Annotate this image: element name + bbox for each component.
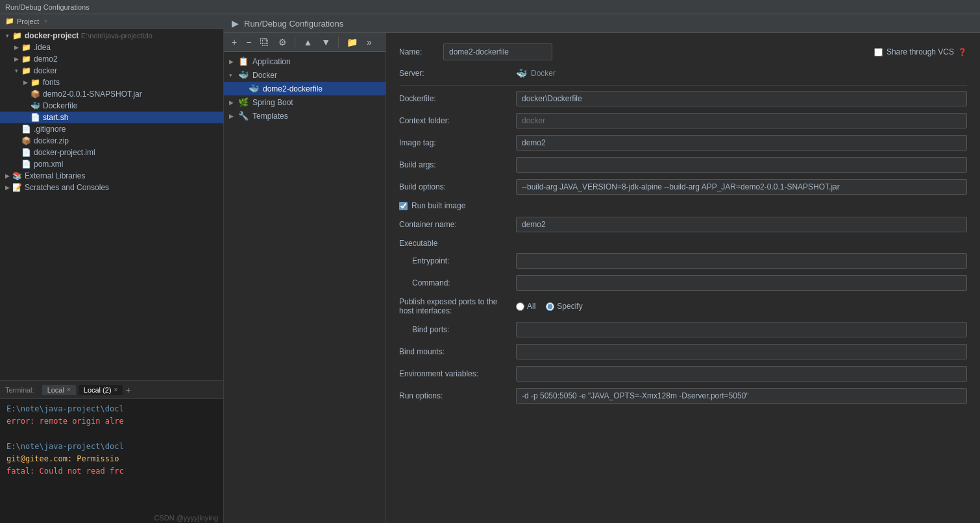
project-icon: 📁 bbox=[5, 17, 14, 25]
tree-item-dockerfile[interactable]: 🐳 Dockerfile bbox=[0, 100, 223, 112]
terminal-tab-close-local2[interactable]: × bbox=[114, 386, 118, 393]
folder-config-button[interactable]: 📁 bbox=[344, 36, 360, 49]
image-tag-input[interactable] bbox=[516, 135, 967, 151]
context-folder-label: Context folder: bbox=[399, 116, 516, 125]
docker-server-icon: 🐳 bbox=[516, 68, 527, 79]
radio-specify-option[interactable]: Specify bbox=[546, 302, 582, 311]
server-value[interactable]: 🐳 Docker bbox=[516, 68, 556, 79]
down-config-button[interactable]: ▼ bbox=[319, 36, 333, 49]
command-row: Command: bbox=[399, 275, 967, 291]
tree-label-pom: pom.xml bbox=[34, 160, 221, 169]
jar-icon: 📦 bbox=[30, 90, 40, 99]
image-tag-label: Image tag: bbox=[399, 138, 516, 147]
name-input[interactable] bbox=[443, 43, 552, 60]
container-name-input[interactable] bbox=[516, 217, 967, 232]
env-vars-input[interactable] bbox=[516, 366, 967, 382]
tree-label-idea: .idea bbox=[34, 43, 221, 52]
toolbar-sep1 bbox=[295, 37, 295, 47]
build-args-label: Build args: bbox=[399, 160, 516, 169]
tree-item-idea[interactable]: ▶ 📁 .idea bbox=[0, 42, 223, 53]
name-label: Name: bbox=[399, 47, 438, 56]
bind-ports-input[interactable] bbox=[516, 322, 967, 337]
arrow-fonts: ▶ bbox=[21, 79, 30, 86]
tree-item-docker-zip[interactable]: 📦 docker.zip bbox=[0, 135, 223, 147]
tree-item-docker[interactable]: ▾ 📁 docker bbox=[0, 65, 223, 77]
tree-item-scratches[interactable]: ▶ 📝 Scratches and Consoles bbox=[0, 182, 223, 193]
spring-boot-icon: 🌿 bbox=[238, 97, 250, 107]
project-title: Project bbox=[17, 18, 39, 25]
settings-config-button[interactable]: ⚙ bbox=[276, 36, 289, 49]
radio-all-input[interactable] bbox=[516, 302, 524, 311]
dialog-tree[interactable]: ▶ 📋 Application ▾ 🐳 Docker 🐳 dome2-docke… bbox=[224, 52, 386, 125]
terminal-tab-add[interactable]: + bbox=[125, 385, 130, 395]
terminal-tab-local2[interactable]: Local (2) × bbox=[79, 385, 123, 395]
project-tree[interactable]: ▾ 📁 docker-project E:\note\java-project\… bbox=[0, 29, 223, 380]
tree-item-external-libs[interactable]: ▶ 📚 External Libraries bbox=[0, 170, 223, 182]
radio-specify-label: Specify bbox=[557, 302, 582, 311]
libs-icon: 📚 bbox=[12, 171, 22, 180]
build-options-input[interactable] bbox=[516, 179, 967, 195]
left-panel: 📁 Project ▾ ▾ 📁 docker-project E:\note\j… bbox=[0, 14, 224, 523]
application-icon: 📋 bbox=[238, 56, 250, 66]
dtree-item-templates[interactable]: ▶ 🔧 Templates bbox=[224, 109, 386, 123]
terminal-line-5: git@gitee.com: Permissio bbox=[6, 453, 217, 465]
terminal-tab-close-local1[interactable]: × bbox=[67, 386, 71, 393]
terminal-tab-local1[interactable]: Local × bbox=[42, 385, 76, 395]
tree-item-docker-project[interactable]: ▾ 📁 docker-project E:\note\java-project\… bbox=[0, 30, 223, 42]
tree-label-docker: docker bbox=[34, 66, 221, 75]
radio-all-option[interactable]: All bbox=[516, 302, 535, 311]
project-dropdown[interactable]: ▾ bbox=[44, 18, 47, 25]
arrow-application: ▶ bbox=[229, 58, 238, 65]
entrypoint-input[interactable] bbox=[516, 253, 967, 269]
dialog-icon: ▶ bbox=[232, 18, 239, 29]
build-args-input[interactable] bbox=[516, 157, 967, 173]
tree-item-pom[interactable]: 📄 pom.xml bbox=[0, 158, 223, 170]
docker-tree-icon: 🐳 bbox=[238, 70, 250, 80]
tree-item-gitignore[interactable]: 📄 .gitignore bbox=[0, 123, 223, 135]
tree-item-demo2-jar[interactable]: 📦 demo2-0.0.1-SNAPSHOT.jar bbox=[0, 88, 223, 100]
tree-label-iml: docker-project.iml bbox=[34, 148, 221, 157]
tree-label-scratches: Scratches and Consoles bbox=[25, 183, 221, 192]
up-config-button[interactable]: ▲ bbox=[300, 36, 315, 49]
terminal-line-4: E:\note\java-project\docl bbox=[6, 441, 217, 453]
build-args-row: Build args: bbox=[399, 157, 967, 173]
dtree-item-docker[interactable]: ▾ 🐳 Docker bbox=[224, 68, 386, 82]
top-bar: Run/Debug Configurations bbox=[0, 0, 980, 14]
terminal-label: Terminal: bbox=[5, 386, 34, 394]
copy-config-button[interactable]: ⿻ bbox=[258, 36, 272, 49]
dtree-item-spring-boot[interactable]: ▶ 🌿 Spring Boot bbox=[224, 95, 386, 109]
bind-mounts-input[interactable] bbox=[516, 344, 967, 359]
csdn-watermark: CSDN @yyyyjinying bbox=[0, 513, 223, 523]
radio-specify-input[interactable] bbox=[546, 302, 554, 311]
more-config-button[interactable]: » bbox=[364, 36, 374, 49]
arrow-docker: ▾ bbox=[12, 67, 21, 74]
tree-label-gitignore: .gitignore bbox=[34, 125, 221, 134]
zip-icon: 📦 bbox=[21, 136, 31, 145]
toolbar-sep2 bbox=[338, 37, 339, 47]
entrypoint-row: Entrypoint: bbox=[399, 253, 967, 269]
command-input[interactable] bbox=[516, 275, 967, 291]
run-options-input[interactable] bbox=[516, 388, 967, 404]
folder-icon-docker-project: 📁 bbox=[12, 31, 22, 40]
tree-item-demo2[interactable]: ▶ 📁 demo2 bbox=[0, 53, 223, 65]
command-label: Command: bbox=[399, 278, 516, 287]
share-vcs-checkbox[interactable] bbox=[874, 48, 883, 56]
container-name-row: Container name: bbox=[399, 217, 967, 232]
scratches-icon: 📝 bbox=[12, 183, 22, 192]
run-options-label: Run options: bbox=[399, 391, 516, 400]
bind-ports-row: Bind ports: bbox=[399, 322, 967, 337]
tree-item-start-sh[interactable]: 📄 start.sh bbox=[0, 112, 223, 123]
run-built-image-checkbox[interactable] bbox=[399, 202, 408, 210]
remove-config-button[interactable]: − bbox=[243, 36, 254, 49]
tree-item-fonts[interactable]: ▶ 📁 fonts bbox=[0, 77, 223, 88]
dtree-item-dome2-dockerfile[interactable]: 🐳 dome2-dockerfile bbox=[224, 82, 386, 95]
name-row: Name: Share through VCS ❓ bbox=[399, 43, 967, 60]
right-panel: ▶ Run/Debug Configurations + − ⿻ ⚙ ▲ ▼ 📁… bbox=[224, 14, 980, 523]
terminal-line-2: error: remote origin alre bbox=[6, 415, 217, 428]
dockerfile-input[interactable] bbox=[516, 91, 967, 106]
add-config-button[interactable]: + bbox=[229, 36, 239, 49]
context-folder-input[interactable] bbox=[516, 113, 967, 128]
tree-item-iml[interactable]: 📄 docker-project.iml bbox=[0, 147, 223, 158]
dtree-item-application[interactable]: ▶ 📋 Application bbox=[224, 55, 386, 68]
terminal-line-3 bbox=[6, 428, 217, 440]
